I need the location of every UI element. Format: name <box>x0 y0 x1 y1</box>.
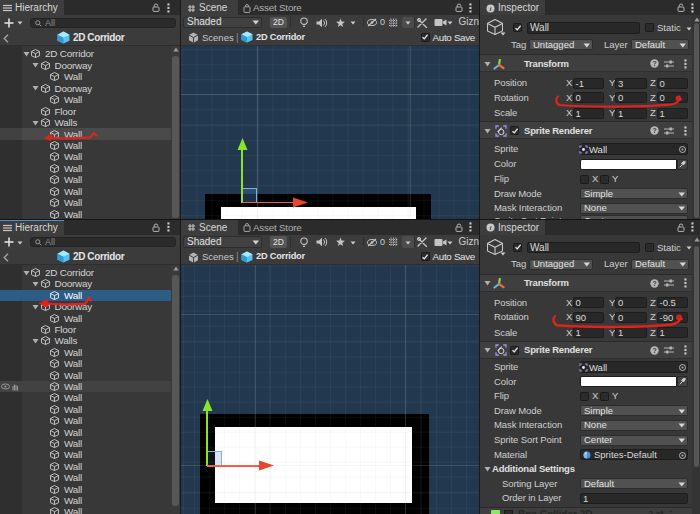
svg-text:i: i <box>490 224 492 232</box>
svg-text:?: ? <box>652 280 656 287</box>
svg-text:?: ? <box>652 347 656 354</box>
svg-text:?: ? <box>652 127 656 134</box>
svg-text:i: i <box>490 5 492 13</box>
svg-text:?: ? <box>652 60 656 67</box>
